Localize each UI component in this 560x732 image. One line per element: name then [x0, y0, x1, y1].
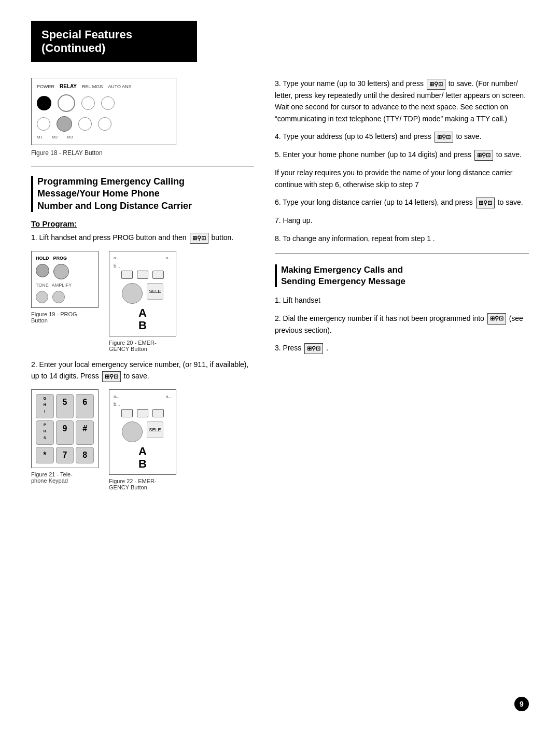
- emerg2-sq1: [121, 409, 133, 417]
- to-program-label: To Program:: [31, 219, 254, 228]
- divider1: [31, 166, 254, 166]
- key-prs: PRS: [36, 420, 54, 445]
- icon-inline-8: ⊞⚲⊡: [304, 343, 323, 355]
- key-6: 6: [76, 394, 94, 418]
- power-button-icon: [37, 96, 51, 110]
- emerg1-caption: Figure 20 - EMER-GENCY Button: [109, 340, 176, 352]
- m-step3: 3. Press ⊞⚲⊡ .: [275, 342, 529, 354]
- heading-line3: Number and Long Distance Carrier: [37, 201, 192, 211]
- relay-sec1-icon: [37, 117, 50, 131]
- icon-inline-4: ⊞⚲⊡: [435, 132, 453, 143]
- emerg-figure-2: a... a... b... SELE AB Figure 22: [109, 389, 176, 490]
- hold-label: HOLD: [36, 256, 49, 261]
- key-ghi: GHI: [36, 394, 54, 418]
- right-step3: 3. Type your name (up to 30 letters) and…: [275, 78, 529, 124]
- figure-row-2: GHI 5 6 PRS 9 # * 7 8 Figure 21 - Tele-p…: [31, 389, 254, 490]
- tone-label: TONE: [36, 283, 49, 288]
- figure-row-1: HOLD PROG TONE AMPLIFY: [31, 251, 254, 352]
- emerg-figure-1: a... a... b... SELE AB Figure 20: [109, 251, 176, 352]
- amplify-label: AMPLIFY: [52, 283, 72, 288]
- sele-btn2: SELE: [147, 421, 163, 438]
- relay-sec2-icon: [57, 116, 72, 132]
- keypad-caption: Figure 21 - Tele-phone Keypad: [31, 471, 99, 484]
- relmgs-button-icon: [81, 96, 95, 110]
- right-step7: 7. Hang up.: [275, 215, 529, 226]
- header-bar: Special Features (Continued): [31, 21, 197, 62]
- right-column: 3. Type your name (up to 30 letters) and…: [275, 78, 529, 498]
- step2-text: 2. Enter your local emergency service nu…: [31, 359, 254, 382]
- emerg-sq2: [137, 271, 148, 279]
- icon-inline-3: ⊞⚲⊡: [427, 79, 445, 90]
- icon-inline-5: ⊞⚲⊡: [474, 150, 493, 161]
- making-heading2: Sending Emergency Message: [281, 276, 405, 286]
- m3-label: M3: [67, 135, 73, 139]
- icon-inline-2: ⊞⚲⊡: [102, 371, 121, 382]
- emerg-sq3: [152, 271, 164, 279]
- ab-label: AB: [138, 307, 147, 332]
- relay-label: RELAY: [60, 83, 77, 89]
- m-step1: 1. Lift handset: [275, 294, 529, 306]
- icon-inline-6: ⊞⚲⊡: [476, 198, 495, 209]
- right-step6: 6. Type your long distance carrier (up t…: [275, 196, 529, 208]
- right-step5: 5. Enter your home phone number (up to 1…: [275, 149, 529, 161]
- emerg2-person-icon: [122, 421, 143, 442]
- page-number: 9: [514, 697, 529, 711]
- right-step8: 8. To change any information, repeat fro…: [275, 233, 529, 244]
- right-step4: 4. Type your address (up to 45 letters) …: [275, 131, 529, 143]
- m-step2: 2. Dial the emergency number if it has n…: [275, 313, 529, 336]
- key-8: 8: [76, 447, 94, 463]
- prog-btn1: [36, 264, 49, 277]
- autoans-button-icon: [101, 96, 115, 110]
- making-emergency-heading: Making Emergency Calls and Sending Emerg…: [275, 264, 529, 287]
- key-hash: #: [76, 420, 94, 445]
- relay-figure-caption: Figure 18 - RELAY Button: [31, 149, 254, 157]
- prog-btn2: [53, 264, 69, 279]
- relay-figure: POWER RELAY REL MGS AUTO ANS M1 M2 M3: [31, 78, 176, 145]
- making-heading1: Making Emergency Calls and: [281, 265, 403, 275]
- header-title: Special Features: [41, 28, 132, 41]
- m2-label: M2: [52, 135, 58, 139]
- relay-note: If your relay requires you to provide th…: [275, 167, 529, 190]
- keypad-figure-container: GHI 5 6 PRS 9 # * 7 8 Figure 21 - Tele-p…: [31, 389, 99, 490]
- key-star: *: [36, 447, 54, 463]
- heading-line1: Programming Emergency Calling: [37, 176, 185, 187]
- key-5: 5: [56, 394, 74, 418]
- emerg2-caption: Figure 22 - EMER-GENCY Button: [109, 478, 176, 490]
- key-7: 7: [56, 447, 74, 463]
- m1-label: M1: [37, 135, 43, 139]
- relmgs-label: REL MGS: [82, 84, 103, 89]
- prog-label: PROG: [53, 256, 67, 261]
- emerg2-sq2: [137, 409, 148, 417]
- emerg2-sq3: [152, 409, 164, 417]
- power-label: POWER: [37, 84, 54, 89]
- prog-caption: Figure 19 - PROGButton: [31, 311, 99, 323]
- relay-sec3-icon: [78, 117, 92, 131]
- vol-btn: [52, 291, 65, 303]
- emerg-sq1: [121, 271, 133, 279]
- sele-btn: SELE: [147, 283, 163, 300]
- key-9: 9: [56, 420, 74, 445]
- left-column: POWER RELAY REL MGS AUTO ANS M1 M2 M3: [31, 78, 254, 498]
- lo-btn: [36, 291, 48, 303]
- icon-inline-7: ⊞⚲⊡: [487, 313, 506, 325]
- autoans-label: AUTO ANS: [108, 84, 131, 89]
- programming-heading: Programming Emergency Calling Message/Yo…: [31, 176, 254, 212]
- relay-button-icon: [58, 94, 75, 112]
- header-subtitle: (Continued): [41, 41, 105, 54]
- prog-figure: HOLD PROG TONE AMPLIFY: [31, 251, 99, 352]
- heading-line2: Message/Your Home Phone: [37, 188, 160, 199]
- ab-label-2: AB: [138, 445, 147, 470]
- divider2: [275, 254, 529, 254]
- step1-text: 1. Lift handset and press PROG button an…: [31, 232, 254, 244]
- relay-sec4-icon: [98, 117, 111, 131]
- icon-inline-1: ⊞⚲⊡: [190, 233, 208, 244]
- emerg-person-icon: [122, 283, 143, 304]
